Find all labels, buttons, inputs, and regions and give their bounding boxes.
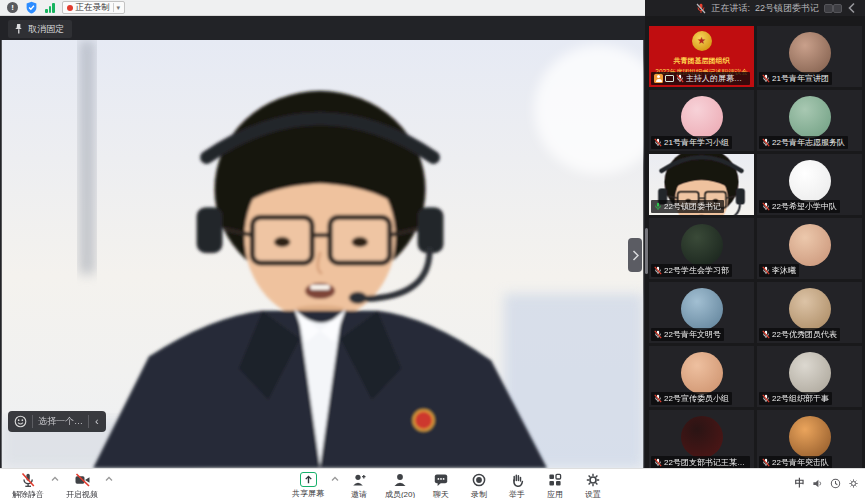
unmute-label: 解除静音 (12, 489, 44, 498)
record-button[interactable]: 录制 (460, 470, 498, 498)
speaker-mic-icon (696, 3, 706, 14)
participant-name: 22号宣传委员小组 (664, 393, 729, 404)
participant-tile[interactable]: 22号青年文明号 (649, 282, 754, 343)
title-bar: ! 正在录制 ▾ 正在讲话: 22号镇团委书记 (0, 0, 865, 16)
chat-button[interactable]: 聊天 (422, 470, 460, 498)
recording-dot-icon (67, 5, 73, 11)
sidebar-scrollbar[interactable] (645, 228, 648, 274)
video-options-caret[interactable] (104, 470, 114, 482)
divider (88, 415, 89, 428)
participant-name: 主持人的屏幕共享 (686, 73, 747, 84)
participant-tile[interactable]: 22号组织部干事 (757, 346, 862, 407)
participant-tile[interactable]: 22号镇团委书记 (649, 154, 754, 215)
unmute-button[interactable]: 解除静音 (6, 470, 50, 498)
members-label: 成员(20) (385, 489, 415, 498)
participant-label: 21号青年宣讲团 (759, 72, 832, 85)
participant-label: 22号团支部书记王某某202203… (651, 456, 750, 468)
volume-icon[interactable] (812, 478, 823, 489)
raise-hand-button[interactable]: 举手 (498, 470, 536, 498)
system-tray: 中 (795, 468, 859, 498)
participant-tile[interactable]: 22号团支部书记王某某202203… (649, 410, 754, 468)
back-arrow-icon[interactable] (847, 2, 857, 14)
view-layout-icon[interactable] (824, 4, 833, 13)
participant-tile[interactable]: 22号青年志愿服务队 (757, 90, 862, 151)
mic-muted-icon (762, 330, 770, 339)
tray-settings-icon[interactable] (848, 478, 859, 489)
invite-button[interactable]: 邀请 (340, 470, 378, 498)
participant-tile[interactable]: 李沐曦 (757, 218, 862, 279)
participant-grid: ★共青团基层团组织2022年度团组织书记述职评议会主持人的屏幕共享21号青年宣讲… (649, 26, 863, 468)
participant-name: 22号团支部书记王某某202203… (664, 457, 747, 468)
host-badge-icon (654, 74, 663, 83)
apps-button[interactable]: 应用 (536, 470, 574, 498)
mic-muted-icon (762, 266, 770, 275)
mic-muted-icon (654, 138, 662, 147)
smiley-icon[interactable] (14, 415, 27, 428)
reaction-bar-collapse-icon[interactable]: ‹ (94, 416, 100, 427)
screen-share-icon (665, 75, 674, 82)
record-icon (471, 472, 487, 488)
emblem-icon: ★ (692, 31, 712, 51)
participant-name: 21号青年宣讲团 (772, 73, 829, 84)
meeting-window: ! 正在录制 ▾ 正在讲话: 22号镇团委书记 (0, 0, 865, 498)
mic-muted-icon (762, 138, 770, 147)
participant-name: 22号镇团委书记 (664, 201, 721, 212)
avatar (789, 32, 831, 74)
participant-tile[interactable]: 22号优秀团员代表 (757, 282, 862, 343)
recording-indicator-button[interactable]: 正在录制 ▾ (62, 1, 126, 14)
start-video-button[interactable]: 开启视频 (60, 470, 104, 498)
share-screen-icon (300, 472, 317, 487)
participant-label: 22号宣传委员小组 (651, 392, 732, 405)
participant-name: 21号青年学习小组 (664, 137, 729, 148)
participant-name: 22号青年文明号 (664, 329, 721, 340)
participant-tile[interactable]: 22号青年突击队 (757, 410, 862, 468)
chat-label: 聊天 (433, 489, 449, 498)
pin-icon (13, 23, 24, 35)
participant-tile[interactable]: 22号希望小学中队 (757, 154, 862, 215)
speaking-indicator-name: 22号镇团委书记 (755, 2, 819, 15)
participant-tile[interactable]: 21号青年宣讲团 (757, 26, 862, 87)
participant-tile[interactable]: ★共青团基层团组织2022年度团组织书记述职评议会主持人的屏幕共享 (649, 26, 754, 87)
bottom-toolbar: 解除静音 开启视频 共享屏幕邀请成员(20)聊天录制举手应用设置 中 (0, 468, 865, 498)
members-icon (392, 472, 408, 488)
share-screen-button[interactable]: 共享屏幕 (286, 470, 330, 498)
reaction-bar[interactable]: 选择一个… ‹ (8, 411, 106, 432)
view-layout-icon-2[interactable] (833, 4, 842, 13)
security-shield-icon[interactable] (25, 1, 38, 14)
participant-label: 22号青年志愿服务队 (759, 136, 848, 149)
share-screen-options-caret[interactable] (330, 470, 340, 482)
raise-hand-label: 举手 (509, 489, 525, 498)
participant-tile[interactable]: 22号学生会学习部 (649, 218, 754, 279)
network-signal-icon[interactable] (45, 3, 55, 13)
unpin-button[interactable]: 取消固定 (8, 20, 72, 38)
participant-label: 22号优秀团员代表 (759, 328, 840, 341)
mic-options-caret[interactable] (50, 470, 60, 482)
participant-name: 22号优秀团员代表 (772, 329, 837, 340)
avatar (789, 96, 831, 138)
participant-name: 李沐曦 (772, 265, 796, 276)
meeting-info-icon[interactable]: ! (7, 2, 18, 13)
recording-dropdown-icon[interactable]: ▾ (117, 4, 121, 12)
settings-icon (585, 472, 601, 488)
ime-indicator[interactable]: 中 (795, 476, 805, 490)
sidebar-collapse-tab[interactable] (628, 238, 642, 272)
participant-tile[interactable]: 22号宣传委员小组 (649, 346, 754, 407)
mic-muted-icon (654, 266, 662, 275)
avatar (789, 352, 831, 394)
participant-tile[interactable]: 21号青年学习小组 (649, 90, 754, 151)
invite-icon (351, 472, 367, 488)
title-bar-right: 正在讲话: 22号镇团委书记 (645, 0, 865, 16)
raise-hand-icon (509, 472, 525, 488)
mic-muted-icon (654, 458, 662, 467)
mic-muted-icon (762, 202, 770, 211)
reaction-bar-text: 选择一个… (38, 415, 83, 428)
participant-label: 21号青年学习小组 (651, 136, 732, 149)
tray-clock-icon[interactable] (830, 478, 841, 489)
settings-button[interactable]: 设置 (574, 470, 612, 498)
speaking-indicator-prefix: 正在讲话: (711, 2, 750, 15)
mic-muted-icon (654, 394, 662, 403)
apps-label: 应用 (547, 489, 563, 498)
members-button[interactable]: 成员(20) (378, 470, 422, 498)
participant-label: 22号组织部干事 (759, 392, 832, 405)
recording-label: 正在录制 (76, 2, 110, 14)
